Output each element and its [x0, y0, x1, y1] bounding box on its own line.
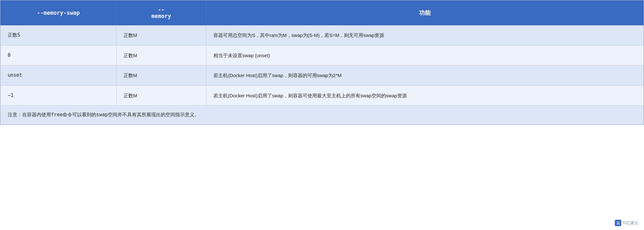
memory-swap-table: --memory-swap -- memory 功能 正数S 正数M 容器可用总…: [0, 0, 644, 125]
cell-col2-row4: 正数M: [116, 85, 206, 106]
table-row: −1 正数M 若主机(Docker Host)启用了swap，则容器可使用最大至…: [1, 85, 644, 106]
footer-note: 注意：在容器内使用free命令可以看到的swap空间并不具有其所展现出的空间指示…: [1, 106, 644, 125]
cell-col1-row4: −1: [1, 85, 116, 106]
main-table-wrapper: --memory-swap -- memory 功能 正数S 正数M 容器可用总…: [0, 0, 644, 125]
cell-col3-row3: 若主机(Docker Host)启用了swap，则容器的可用swap为2*M: [206, 66, 644, 86]
table-footer-row: 注意：在容器内使用free命令可以看到的swap空间并不具有其所展现出的空间指示…: [1, 106, 644, 125]
table-header-row: --memory-swap -- memory 功能: [1, 1, 644, 25]
cell-col3-row2: 相当于未设置swap (unset): [206, 45, 644, 66]
watermark-text: ©亿速云: [623, 220, 638, 226]
cell-col1-row2: 0: [1, 45, 116, 66]
cell-col1-row3: unset: [1, 66, 116, 86]
cell-col2-row1: 正数M: [116, 25, 206, 46]
header-memory-swap: --memory-swap: [1, 1, 116, 25]
table-row: 0 正数M 相当于未设置swap (unset): [1, 45, 644, 66]
header-memory: -- memory: [116, 1, 206, 25]
watermark: 云 ©亿速云: [615, 220, 638, 226]
cell-col3-row4: 若主机(Docker Host)启用了swap，则容器可使用最大至主机上的所有s…: [206, 85, 644, 106]
header-function: 功能: [206, 1, 644, 25]
table-row: unset 正数M 若主机(Docker Host)启用了swap，则容器的可用…: [1, 66, 644, 86]
cell-col2-row3: 正数M: [116, 66, 206, 86]
cell-col3-row1: 容器可用总空间为S，其中ram为M，swap为(S-M)，若S=M，则无可用sw…: [206, 25, 644, 46]
cell-col2-row2: 正数M: [116, 45, 206, 66]
table-row: 正数S 正数M 容器可用总空间为S，其中ram为M，swap为(S-M)，若S=…: [1, 25, 644, 46]
cell-col1-row1: 正数S: [1, 25, 116, 46]
